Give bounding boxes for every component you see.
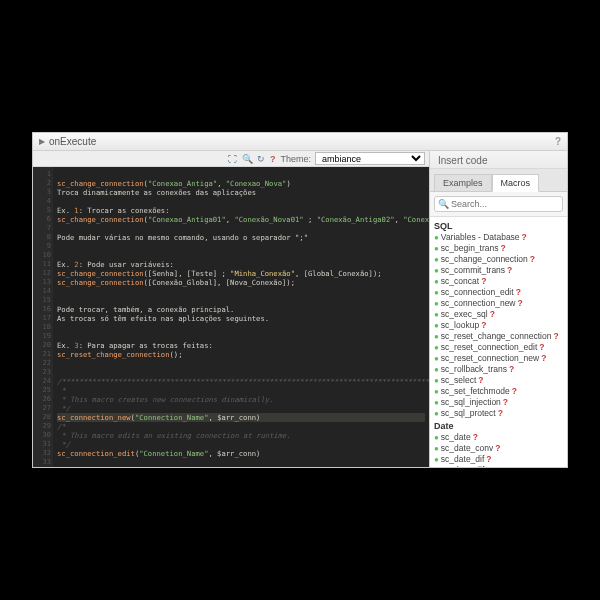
tab-examples[interactable]: Examples — [434, 174, 492, 192]
macro-item[interactable]: ●sc_reset_connection_new? — [434, 353, 567, 364]
search-input[interactable] — [434, 196, 563, 212]
macro-item[interactable]: ●sc_sql_protect? — [434, 408, 567, 419]
theme-label: Theme: — [280, 154, 311, 164]
macro-item[interactable]: ●sc_date_dif? — [434, 454, 567, 465]
tab-macros[interactable]: Macros — [492, 174, 540, 192]
macro-item[interactable]: ●sc_date_conv? — [434, 443, 567, 454]
macro-item[interactable]: ●Variables - Database? — [434, 232, 567, 243]
macro-item[interactable]: ●sc_date_dif_2? — [434, 465, 567, 467]
search-icon: 🔍 — [438, 199, 449, 209]
macro-item[interactable]: ●sc_connection_edit? — [434, 287, 567, 298]
titlebar: ▶ onExecute ? — [33, 133, 567, 151]
macro-item[interactable]: ●sc_begin_trans? — [434, 243, 567, 254]
macro-item[interactable]: ●sc_select? — [434, 375, 567, 386]
macro-item[interactable]: ●sc_rollback_trans? — [434, 364, 567, 375]
macro-item[interactable]: ●sc_reset_change_connection? — [434, 331, 567, 342]
editor-pane: ⛶ 🔍 ↻ ? Theme: ambiance 1 2 3 4 5 6 7 8 … — [33, 151, 429, 467]
window-title: onExecute — [49, 136, 96, 147]
search-icon[interactable]: 🔍 — [242, 154, 253, 164]
macro-list: SQL ●Variables - Database?●sc_begin_tran… — [430, 217, 567, 467]
macro-item[interactable]: ●sc_change_connection? — [434, 254, 567, 265]
macro-item[interactable]: ●sc_lookup? — [434, 320, 567, 331]
collapse-icon[interactable]: ▶ — [39, 137, 45, 146]
theme-select[interactable]: ambiance — [315, 152, 425, 165]
macro-item[interactable]: ●sc_set_fetchmode? — [434, 386, 567, 397]
macro-item[interactable]: ●sc_commit_trans? — [434, 265, 567, 276]
macro-item[interactable]: ●sc_sql_injection? — [434, 397, 567, 408]
macro-item[interactable]: ●sc_reset_connection_edit? — [434, 342, 567, 353]
group-sql: SQL — [434, 219, 567, 232]
macro-item[interactable]: ●sc_connection_new? — [434, 298, 567, 309]
editor-toolbar: ⛶ 🔍 ↻ ? Theme: ambiance — [33, 151, 429, 167]
expand-icon[interactable]: ⛶ — [228, 154, 237, 164]
macro-item[interactable]: ●sc_date? — [434, 432, 567, 443]
help-icon[interactable]: ? — [555, 136, 561, 147]
search-box: 🔍 — [430, 192, 567, 217]
code-editor[interactable]: 1 2 3 4 5 6 7 8 9 10 11 12 13 14 15 16 1… — [33, 167, 429, 467]
tabs: Examples Macros — [430, 169, 567, 192]
group-date: Date — [434, 419, 567, 432]
side-pane: Insert code Examples Macros 🔍 SQL ●Varia… — [429, 151, 567, 467]
side-title: Insert code — [430, 151, 567, 169]
gutter: 1 2 3 4 5 6 7 8 9 10 11 12 13 14 15 16 1… — [33, 167, 53, 467]
macro-item[interactable]: ●sc_exec_sql? — [434, 309, 567, 320]
help-icon[interactable]: ? — [270, 154, 276, 164]
macro-item[interactable]: ●sc_concat? — [434, 276, 567, 287]
refresh-icon[interactable]: ↻ — [257, 154, 265, 164]
app-window: ▶ onExecute ? ⛶ 🔍 ↻ ? Theme: ambiance 1 … — [32, 132, 568, 468]
code-text[interactable]: sc_change_connection("Conexao_Antiga", "… — [53, 167, 429, 467]
